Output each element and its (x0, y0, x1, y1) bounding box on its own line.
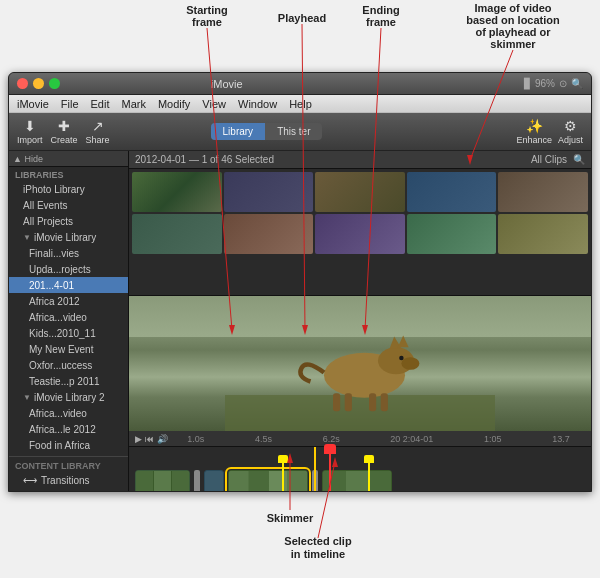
timeline-clip-3-selected[interactable] (228, 470, 308, 492)
disclosure-icon-2: ▼ (23, 393, 31, 402)
wifi-icon: ⊙ (559, 78, 567, 89)
sidebar-item-transitions[interactable]: ⟷ Transitions (9, 472, 128, 488)
search-clips-icon[interactable]: 🔍 (573, 154, 585, 165)
rewind-button[interactable]: ⏮ (145, 434, 154, 444)
sidebar-item-kids-2010[interactable]: Kids...2010_11 (9, 325, 128, 341)
timecode-3: 6.2s (323, 434, 340, 444)
timecode-5: 1:05 (484, 434, 502, 444)
timecode-2: 4.5s (255, 434, 272, 444)
menu-mark[interactable]: Mark (122, 98, 146, 110)
theater-tab[interactable]: This ter (265, 123, 322, 140)
create-button[interactable]: ✚ Create (51, 118, 78, 145)
clip-thumb-6[interactable] (132, 214, 222, 254)
menu-window[interactable]: Window (238, 98, 277, 110)
clip-thumb-8[interactable] (315, 214, 405, 254)
selected-clip-label: Selected clip (284, 535, 352, 547)
timeline-clip-4[interactable] (322, 470, 392, 492)
ending-frame-marker (368, 455, 370, 492)
create-label: Create (51, 135, 78, 145)
svg-text:based on location: based on location (466, 14, 560, 26)
main-content: ▲ Hide LIBRARIES iPhoto Library All Even… (9, 151, 591, 492)
playhead-marker (329, 447, 331, 492)
transition-marker-1 (194, 470, 200, 492)
svg-rect-12 (225, 395, 495, 431)
sidebar-item-food-africa[interactable]: Food in Africa (9, 437, 128, 453)
library-tab[interactable]: Library (211, 123, 266, 140)
import-icon: ⬇ (24, 118, 36, 134)
sidebar-item-titles[interactable]: T Titles (9, 488, 128, 492)
menu-bar: iMovie File Edit Mark Modify View Window… (9, 95, 591, 113)
play-button[interactable]: ▶ (135, 434, 142, 444)
sidebar-item-africa-2012[interactable]: Africa 2012 (9, 293, 128, 309)
import-button[interactable]: ⬇ Import (17, 118, 43, 145)
timecodes: 1.0s 4.5s 6.2s 20 2:04-01 1:05 13.7 (172, 434, 585, 444)
browser-header: 2012-04-01 — 1 of 46 Selected All Clips … (129, 151, 591, 169)
sidebar-item-new-event[interactable]: My New Event (9, 341, 128, 357)
timeline-clip-2[interactable] (204, 470, 224, 492)
menu-edit[interactable]: Edit (91, 98, 110, 110)
clip-thumb-9[interactable] (407, 214, 497, 254)
title-bar-controls: ▊ 96% ⊙ 🔍 (524, 78, 583, 89)
clip-thumb-10[interactable] (498, 214, 588, 254)
svg-rect-19 (333, 393, 340, 411)
import-label: Import (17, 135, 43, 145)
maximize-button[interactable] (49, 78, 60, 89)
adjust-button[interactable]: ⚙ Adjust (558, 118, 583, 145)
sidebar-item-africa-video-2[interactable]: Africa...video (9, 405, 128, 421)
sidebar-item-oxford[interactable]: Oxfor...uccess (9, 357, 128, 373)
clip-thumb-4[interactable] (407, 172, 497, 212)
clip-thumb-2[interactable] (224, 172, 314, 212)
sidebar-item-all-events[interactable]: All Events (9, 197, 128, 213)
svg-rect-20 (345, 393, 352, 411)
timeline-header: ▶ ⏮ 🔊 1.0s 4.5s 6.2s 20 2:04-01 1:05 13.… (129, 431, 591, 447)
sidebar-item-imovie-library-2[interactable]: ▼ iMovie Library 2 (9, 389, 128, 405)
ending-frame-label: Ending (362, 4, 399, 16)
clip-thumb-1[interactable] (132, 172, 222, 212)
titles-icon: T (23, 491, 29, 493)
menu-modify[interactable]: Modify (158, 98, 190, 110)
menu-view[interactable]: View (202, 98, 226, 110)
menu-help[interactable]: Help (289, 98, 312, 110)
timeline-clip-1[interactable] (135, 470, 190, 492)
sidebar-item-africa-ie-2012[interactable]: Africa...le 2012 (9, 421, 128, 437)
share-button[interactable]: ↗ Share (86, 118, 110, 145)
playhead-label: Playhead (278, 12, 326, 24)
sidebar-item-updates[interactable]: Upda...rojects (9, 261, 128, 277)
clip-thumb-5[interactable] (498, 172, 588, 212)
enhance-button[interactable]: ✨ Enhance (516, 118, 552, 145)
libraries-header: LIBRARIES (9, 167, 128, 181)
svg-text:skimmer: skimmer (490, 38, 536, 50)
sidebar-item-iphoto[interactable]: iPhoto Library (9, 181, 128, 197)
clip-thumb-7[interactable] (224, 214, 314, 254)
create-icon: ✚ (58, 118, 70, 134)
menu-imovie[interactable]: iMovie (17, 98, 49, 110)
sidebar-item-teastie[interactable]: Teastie...p 2011 (9, 373, 128, 389)
hide-label: ▲ Hide (13, 154, 43, 164)
clip-thumb-3[interactable] (315, 172, 405, 212)
timecode-1: 1.0s (187, 434, 204, 444)
sidebar-item-2012-04-01[interactable]: 201...4-01 (9, 277, 128, 293)
video-preview[interactable] (129, 296, 591, 431)
menu-file[interactable]: File (61, 98, 79, 110)
svg-text:frame: frame (192, 16, 222, 28)
sidebar-item-finale[interactable]: Finali...vies (9, 245, 128, 261)
enhance-label: Enhance (516, 135, 552, 145)
timeline-area: ▶ ⏮ 🔊 1.0s 4.5s 6.2s 20 2:04-01 1:05 13.… (129, 431, 591, 492)
title-bar: iMovie ▊ 96% ⊙ 🔍 (9, 73, 591, 95)
view-switcher[interactable]: Library This ter (211, 123, 323, 140)
jackal-svg (129, 296, 591, 431)
audio-button[interactable]: 🔊 (157, 434, 168, 444)
close-button[interactable] (17, 78, 28, 89)
adjust-icon: ⚙ (564, 118, 577, 134)
sidebar-item-all-projects[interactable]: All Projects (9, 213, 128, 229)
minimize-button[interactable] (33, 78, 44, 89)
iphoto-label: iPhoto Library (23, 184, 85, 195)
svg-text:in timeline: in timeline (291, 548, 345, 560)
timeline-tracks[interactable] (129, 447, 591, 492)
sidebar-item-imovie-library[interactable]: ▼ iMovie Library (9, 229, 128, 245)
sidebar-item-africa-video[interactable]: Africa...video (9, 309, 128, 325)
search-icon[interactable]: 🔍 (571, 78, 583, 89)
hide-sidebar-button[interactable]: ▲ Hide (9, 151, 128, 167)
svg-rect-22 (381, 393, 388, 411)
clips-grid (129, 169, 591, 257)
